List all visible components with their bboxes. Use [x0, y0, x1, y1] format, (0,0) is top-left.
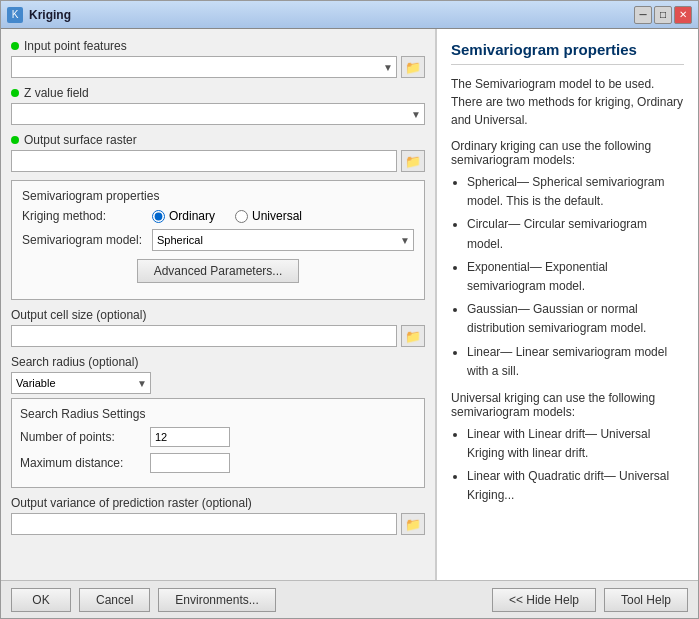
ok-button[interactable]: OK	[11, 588, 71, 612]
max-distance-input[interactable]	[150, 453, 230, 473]
output-cell-label: Output cell size (optional)	[11, 308, 425, 322]
ordinary-radio-text: Ordinary	[169, 209, 215, 223]
output-variance-group: Output variance of prediction raster (op…	[11, 496, 425, 535]
num-points-label: Number of points:	[20, 430, 150, 444]
semivariogram-model-label: Semivariogram model:	[22, 233, 152, 247]
help-intro: The Semivariogram model to be used. Ther…	[451, 75, 684, 129]
input-features-dropdown[interactable]	[11, 56, 397, 78]
cancel-button[interactable]: Cancel	[79, 588, 150, 612]
input-features-browse-button[interactable]: 📁	[401, 56, 425, 78]
output-variance-label: Output variance of prediction raster (op…	[11, 496, 425, 510]
kriging-method-label: Kriging method:	[22, 209, 152, 223]
minimize-button[interactable]: ─	[634, 6, 652, 24]
left-panel: Input point features ▼ 📁 Z value fi	[1, 29, 436, 580]
search-settings-title: Search Radius Settings	[20, 407, 416, 421]
output-surface-input[interactable]	[11, 150, 397, 172]
output-cell-group: Output cell size (optional) 📁	[11, 308, 425, 347]
list-item: Spherical— Spherical semivariogram model…	[467, 173, 684, 211]
search-radius-label: Search radius (optional)	[11, 355, 425, 369]
output-surface-group: Output surface raster 📁	[11, 133, 425, 172]
required-indicator-z	[11, 89, 19, 97]
output-cell-browse-button[interactable]: 📁	[401, 325, 425, 347]
num-points-row: Number of points: 12	[20, 427, 416, 447]
required-indicator-output	[11, 136, 19, 144]
max-distance-row: Maximum distance:	[20, 453, 416, 473]
environments-button[interactable]: Environments...	[158, 588, 275, 612]
semivariogram-model-dropdown[interactable]: Spherical Circular Exponential Gaussian …	[152, 229, 414, 251]
help-title: Semivariogram properties	[451, 41, 684, 65]
input-features-group: Input point features ▼ 📁	[11, 39, 425, 78]
output-cell-input[interactable]	[11, 325, 397, 347]
universal-models-list: Linear with Linear drift— Universal Krig…	[451, 425, 684, 506]
tool-help-button[interactable]: Tool Help	[604, 588, 688, 612]
universal-intro: Universal kriging can use the following …	[451, 391, 684, 419]
bottom-bar: OK Cancel Environments... << Hide Help T…	[1, 580, 698, 618]
content-area: Input point features ▼ 📁 Z value fi	[1, 29, 698, 580]
advanced-parameters-button[interactable]: Advanced Parameters...	[137, 259, 300, 283]
z-value-dropdown[interactable]	[11, 103, 425, 125]
ordinary-radio-label[interactable]: Ordinary	[152, 209, 215, 223]
list-item: Circular— Circular semivariogram model.	[467, 215, 684, 253]
universal-radio-text: Universal	[252, 209, 302, 223]
semivariogram-group-title: Semivariogram properties	[22, 189, 414, 203]
list-item: Exponential— Exponential semivariogram m…	[467, 258, 684, 296]
semivariogram-group: Semivariogram properties Kriging method:…	[11, 180, 425, 300]
max-distance-label: Maximum distance:	[20, 456, 150, 470]
right-panel: Semivariogram properties The Semivariogr…	[436, 29, 698, 580]
list-item: Linear with Linear drift— Universal Krig…	[467, 425, 684, 463]
window-icon: K	[7, 7, 23, 23]
hide-help-button[interactable]: << Hide Help	[492, 588, 596, 612]
close-button[interactable]: ✕	[674, 6, 692, 24]
ordinary-intro: Ordinary kriging can use the following s…	[451, 139, 684, 167]
required-indicator	[11, 42, 19, 50]
ordinary-models-list: Spherical— Spherical semivariogram model…	[451, 173, 684, 381]
list-item: Gaussian— Gaussian or normal distributio…	[467, 300, 684, 338]
title-bar: K Kriging ─ □ ✕	[1, 1, 698, 29]
universal-radio-label[interactable]: Universal	[235, 209, 302, 223]
z-value-label: Z value field	[24, 86, 89, 100]
input-features-label: Input point features	[24, 39, 127, 53]
maximize-button[interactable]: □	[654, 6, 672, 24]
output-surface-browse-button[interactable]: 📁	[401, 150, 425, 172]
universal-radio[interactable]	[235, 210, 248, 223]
output-variance-browse-button[interactable]: 📁	[401, 513, 425, 535]
z-value-group: Z value field ▼	[11, 86, 425, 125]
list-item: Linear with Quadratic drift— Universal K…	[467, 467, 684, 505]
num-points-input[interactable]: 12	[150, 427, 230, 447]
list-item: Linear— Linear semivariogram model with …	[467, 343, 684, 381]
kriging-dialog: K Kriging ─ □ ✕ Input point features	[0, 0, 699, 619]
window-title: Kriging	[29, 8, 634, 22]
ordinary-radio[interactable]	[152, 210, 165, 223]
output-variance-input[interactable]	[11, 513, 397, 535]
search-radius-dropdown[interactable]: Variable Fixed	[11, 372, 151, 394]
kriging-method-row: Kriging method: Ordinary Universal	[22, 209, 414, 223]
semivariogram-model-row: Semivariogram model: Spherical Circular …	[22, 229, 414, 251]
search-radius-group: Search radius (optional) Variable Fixed …	[11, 355, 425, 488]
title-buttons: ─ □ ✕	[634, 6, 692, 24]
output-surface-label: Output surface raster	[24, 133, 137, 147]
search-radius-settings: Search Radius Settings Number of points:…	[11, 398, 425, 488]
